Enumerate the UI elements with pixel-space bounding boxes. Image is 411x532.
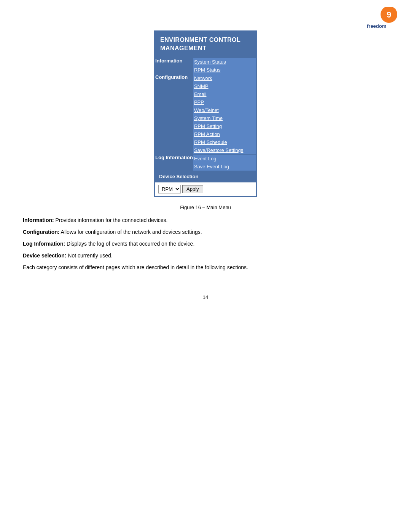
information-text: Provides information for the connected d…	[54, 217, 168, 223]
system-time-link[interactable]: System Time	[193, 114, 256, 122]
log-information-bold: Log Information:	[23, 241, 65, 247]
device-selector-cell: RPM Apply	[155, 182, 256, 196]
log-information-category: Log Information	[155, 154, 193, 171]
apply-button[interactable]: Apply	[182, 185, 203, 193]
device-selection-bold: Device selection:	[23, 252, 66, 259]
menu-title: Environment Control Management	[160, 36, 251, 53]
information-links: System Status RPM Status	[193, 58, 256, 74]
rpm-schedule-link[interactable]: RPM Schedule	[193, 138, 256, 146]
network-link[interactable]: Network	[193, 74, 256, 82]
configuration-section: Configuration Network SNMP Email PPP Web…	[155, 74, 256, 154]
rpm-status-link[interactable]: RPM Status	[193, 66, 256, 74]
snmp-link[interactable]: SNMP	[193, 82, 256, 90]
log-information-text: Displays the log of events that occurred…	[65, 241, 194, 247]
device-selection-text: Not currently used.	[66, 252, 112, 259]
configuration-bold: Configuration:	[23, 229, 59, 235]
menu-header: Environment Control Management	[155, 31, 256, 58]
configuration-text: Allows for configuration of the network …	[59, 229, 202, 235]
save-restore-settings-link[interactable]: Save/Restore Settings	[193, 146, 256, 154]
device-selector-row: RPM Apply	[155, 182, 256, 196]
svg-text:freedom: freedom	[367, 23, 386, 29]
rpm-action-link[interactable]: RPM Action	[193, 130, 256, 138]
information-category: Information	[155, 58, 193, 74]
menu-container: Environment Control Management Informati…	[154, 30, 257, 197]
device-selection-label: Device Selection	[155, 171, 256, 182]
save-event-log-link[interactable]: Save Event Log	[193, 163, 256, 171]
log-information-section: Log Information Event Log Save Event Log	[155, 154, 256, 171]
system-status-link[interactable]: System Status	[193, 58, 256, 66]
each-category-text: Each category consists of different page…	[23, 264, 248, 270]
event-log-link[interactable]: Event Log	[193, 155, 256, 163]
rpm-setting-link[interactable]: RPM Setting	[193, 122, 256, 130]
device-selector-inner: RPM Apply	[158, 185, 253, 193]
svg-text:™: ™	[393, 8, 396, 11]
configuration-paragraph: Configuration: Allows for configuration …	[23, 228, 388, 236]
device-select[interactable]: RPM	[158, 185, 181, 193]
information-paragraph: Information: Provides information for th…	[23, 216, 388, 224]
information-bold: Information:	[23, 217, 54, 223]
configuration-category: Configuration	[155, 74, 193, 154]
device-selection-header-row: Device Selection	[155, 171, 256, 182]
ppp-link[interactable]: PPP	[193, 98, 256, 106]
page-number: 14	[23, 294, 388, 300]
logo-area: 9 freedom ™	[365, 7, 400, 33]
page-content: Environment Control Management Informati…	[0, 0, 411, 315]
freedom9-logo: 9 freedom ™	[365, 7, 400, 32]
configuration-links: Network SNMP Email PPP Web/Telnet System…	[193, 74, 256, 154]
email-link[interactable]: Email	[193, 90, 256, 98]
device-selection-paragraph: Device selection: Not currently used.	[23, 252, 388, 260]
figure-caption: Figure 16 – Main Menu	[23, 204, 388, 210]
log-information-paragraph: Log Information: Displays the log of eve…	[23, 240, 388, 248]
menu-title-line1: Environment Control	[160, 37, 241, 43]
menu-title-line2: Management	[160, 45, 206, 51]
webtelnet-link[interactable]: Web/Telnet	[193, 106, 256, 114]
svg-text:9: 9	[387, 10, 391, 19]
menu-table: Information System Status RPM Status Con…	[155, 58, 256, 196]
information-section: Information System Status RPM Status	[155, 58, 256, 74]
log-information-links: Event Log Save Event Log	[193, 154, 256, 171]
each-category-paragraph: Each category consists of different page…	[23, 264, 388, 272]
